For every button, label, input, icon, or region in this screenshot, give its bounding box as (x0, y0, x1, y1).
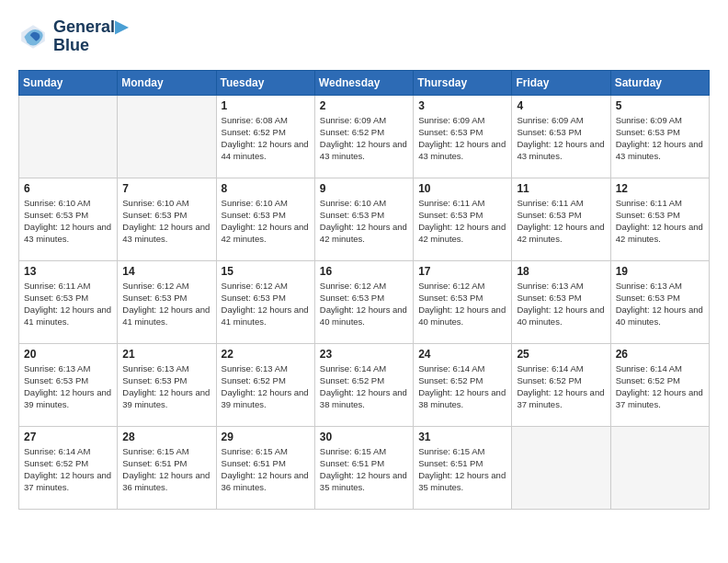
day-number: 27 (24, 431, 112, 443)
calendar-cell: 26Sunrise: 6:14 AM Sunset: 6:52 PM Dayli… (610, 343, 709, 426)
day-info: Sunrise: 6:15 AM Sunset: 6:51 PM Dayligh… (122, 445, 210, 494)
day-number: 16 (320, 265, 408, 278)
week-row-4: 20Sunrise: 6:13 AM Sunset: 6:53 PM Dayli… (19, 343, 710, 426)
day-number: 26 (616, 348, 704, 361)
day-info: Sunrise: 6:13 AM Sunset: 6:53 PM Dayligh… (517, 280, 605, 328)
calendar-table: SundayMondayTuesdayWednesdayThursdayFrid… (18, 70, 710, 510)
day-info: Sunrise: 6:12 AM Sunset: 6:53 PM Dayligh… (122, 280, 210, 328)
calendar-cell (118, 95, 216, 178)
week-row-2: 6Sunrise: 6:10 AM Sunset: 6:53 PM Daylig… (19, 178, 710, 260)
day-number: 22 (222, 348, 310, 361)
day-info: Sunrise: 6:10 AM Sunset: 6:53 PM Dayligh… (24, 197, 112, 246)
calendar-cell: 10Sunrise: 6:11 AM Sunset: 6:53 PM Dayli… (414, 178, 512, 260)
day-number: 18 (517, 265, 605, 278)
calendar-cell: 9Sunrise: 6:10 AM Sunset: 6:53 PM Daylig… (314, 178, 413, 260)
day-info: Sunrise: 6:09 AM Sunset: 6:53 PM Dayligh… (616, 114, 704, 163)
day-info: Sunrise: 6:14 AM Sunset: 6:52 PM Dayligh… (320, 362, 408, 411)
header-tuesday: Tuesday (216, 70, 314, 95)
day-info: Sunrise: 6:09 AM Sunset: 6:53 PM Dayligh… (517, 114, 605, 163)
calendar-cell: 20Sunrise: 6:13 AM Sunset: 6:53 PM Dayli… (19, 343, 118, 426)
day-number: 2 (320, 99, 408, 112)
day-number: 31 (418, 431, 506, 443)
day-number: 17 (418, 265, 506, 278)
day-number: 24 (418, 348, 506, 361)
day-info: Sunrise: 6:09 AM Sunset: 6:52 PM Dayligh… (320, 114, 408, 163)
day-info: Sunrise: 6:10 AM Sunset: 6:53 PM Dayligh… (222, 197, 310, 246)
day-number: 10 (418, 182, 506, 195)
calendar-cell (19, 95, 118, 178)
day-info: Sunrise: 6:15 AM Sunset: 6:51 PM Dayligh… (320, 445, 408, 494)
day-number: 30 (320, 431, 408, 443)
day-info: Sunrise: 6:13 AM Sunset: 6:53 PM Dayligh… (122, 362, 210, 411)
day-number: 4 (517, 99, 605, 112)
day-number: 11 (517, 182, 605, 195)
calendar-cell: 22Sunrise: 6:13 AM Sunset: 6:52 PM Dayli… (216, 343, 314, 426)
day-number: 3 (418, 99, 506, 112)
day-number: 29 (222, 431, 310, 443)
calendar-cell: 24Sunrise: 6:14 AM Sunset: 6:52 PM Dayli… (414, 343, 512, 426)
calendar-cell: 31Sunrise: 6:15 AM Sunset: 6:51 PM Dayli… (414, 426, 512, 509)
day-info: Sunrise: 6:14 AM Sunset: 6:52 PM Dayligh… (616, 362, 704, 411)
day-number: 23 (320, 348, 408, 361)
calendar-cell: 12Sunrise: 6:11 AM Sunset: 6:53 PM Dayli… (610, 178, 709, 260)
day-info: Sunrise: 6:11 AM Sunset: 6:53 PM Dayligh… (418, 197, 506, 246)
day-number: 5 (616, 99, 704, 112)
day-info: Sunrise: 6:14 AM Sunset: 6:52 PM Dayligh… (517, 362, 605, 411)
day-number: 8 (222, 182, 310, 195)
calendar-cell (610, 426, 709, 509)
day-info: Sunrise: 6:12 AM Sunset: 6:53 PM Dayligh… (418, 280, 506, 328)
day-info: Sunrise: 6:12 AM Sunset: 6:53 PM Dayligh… (320, 280, 408, 328)
day-number: 7 (122, 182, 210, 195)
day-info: Sunrise: 6:10 AM Sunset: 6:53 PM Dayligh… (320, 197, 408, 246)
day-number: 28 (122, 431, 210, 443)
calendar-cell: 7Sunrise: 6:10 AM Sunset: 6:53 PM Daylig… (118, 178, 216, 260)
day-number: 19 (616, 265, 704, 278)
day-info: Sunrise: 6:11 AM Sunset: 6:53 PM Dayligh… (24, 280, 112, 328)
calendar-cell: 27Sunrise: 6:14 AM Sunset: 6:52 PM Dayli… (19, 426, 118, 509)
calendar-cell: 21Sunrise: 6:13 AM Sunset: 6:53 PM Dayli… (118, 343, 216, 426)
day-number: 9 (320, 182, 408, 195)
day-number: 25 (517, 348, 605, 361)
logo: General▶ Blue (18, 18, 128, 55)
calendar-cell: 14Sunrise: 6:12 AM Sunset: 6:53 PM Dayli… (118, 260, 216, 343)
header-saturday: Saturday (610, 70, 709, 95)
header-monday: Monday (118, 70, 216, 95)
week-row-1: 1Sunrise: 6:08 AM Sunset: 6:52 PM Daylig… (19, 95, 710, 178)
day-info: Sunrise: 6:08 AM Sunset: 6:52 PM Dayligh… (222, 114, 310, 163)
day-info: Sunrise: 6:11 AM Sunset: 6:53 PM Dayligh… (616, 197, 704, 246)
day-number: 12 (616, 182, 704, 195)
calendar-cell: 13Sunrise: 6:11 AM Sunset: 6:53 PM Dayli… (19, 260, 118, 343)
calendar-cell: 25Sunrise: 6:14 AM Sunset: 6:52 PM Dayli… (512, 343, 610, 426)
calendar-cell: 5Sunrise: 6:09 AM Sunset: 6:53 PM Daylig… (610, 95, 709, 178)
calendar-cell: 30Sunrise: 6:15 AM Sunset: 6:51 PM Dayli… (314, 426, 413, 509)
calendar-cell: 17Sunrise: 6:12 AM Sunset: 6:53 PM Dayli… (414, 260, 512, 343)
calendar-cell: 23Sunrise: 6:14 AM Sunset: 6:52 PM Dayli… (314, 343, 413, 426)
day-info: Sunrise: 6:11 AM Sunset: 6:53 PM Dayligh… (517, 197, 605, 246)
logo-icon (18, 22, 48, 52)
day-info: Sunrise: 6:12 AM Sunset: 6:53 PM Dayligh… (222, 280, 310, 328)
logo-text: General▶ Blue (53, 18, 128, 55)
header-friday: Friday (512, 70, 610, 95)
calendar-cell: 29Sunrise: 6:15 AM Sunset: 6:51 PM Dayli… (216, 426, 314, 509)
week-row-3: 13Sunrise: 6:11 AM Sunset: 6:53 PM Dayli… (19, 260, 710, 343)
day-info: Sunrise: 6:15 AM Sunset: 6:51 PM Dayligh… (222, 445, 310, 494)
header-sunday: Sunday (19, 70, 118, 95)
calendar-cell (512, 426, 610, 509)
calendar-cell: 15Sunrise: 6:12 AM Sunset: 6:53 PM Dayli… (216, 260, 314, 343)
calendar-cell: 18Sunrise: 6:13 AM Sunset: 6:53 PM Dayli… (512, 260, 610, 343)
week-row-5: 27Sunrise: 6:14 AM Sunset: 6:52 PM Dayli… (19, 426, 710, 509)
day-info: Sunrise: 6:14 AM Sunset: 6:52 PM Dayligh… (418, 362, 506, 411)
day-info: Sunrise: 6:13 AM Sunset: 6:52 PM Dayligh… (222, 362, 310, 411)
calendar-cell: 6Sunrise: 6:10 AM Sunset: 6:53 PM Daylig… (19, 178, 118, 260)
day-info: Sunrise: 6:13 AM Sunset: 6:53 PM Dayligh… (24, 362, 112, 411)
day-number: 14 (122, 265, 210, 278)
calendar-header-row: SundayMondayTuesdayWednesdayThursdayFrid… (19, 70, 710, 95)
calendar-cell: 19Sunrise: 6:13 AM Sunset: 6:53 PM Dayli… (610, 260, 709, 343)
calendar-cell: 2Sunrise: 6:09 AM Sunset: 6:52 PM Daylig… (314, 95, 413, 178)
calendar-cell: 16Sunrise: 6:12 AM Sunset: 6:53 PM Dayli… (314, 260, 413, 343)
day-number: 20 (24, 348, 112, 361)
day-number: 15 (222, 265, 310, 278)
day-info: Sunrise: 6:14 AM Sunset: 6:52 PM Dayligh… (24, 445, 112, 494)
day-number: 6 (24, 182, 112, 195)
day-info: Sunrise: 6:10 AM Sunset: 6:53 PM Dayligh… (122, 197, 210, 246)
